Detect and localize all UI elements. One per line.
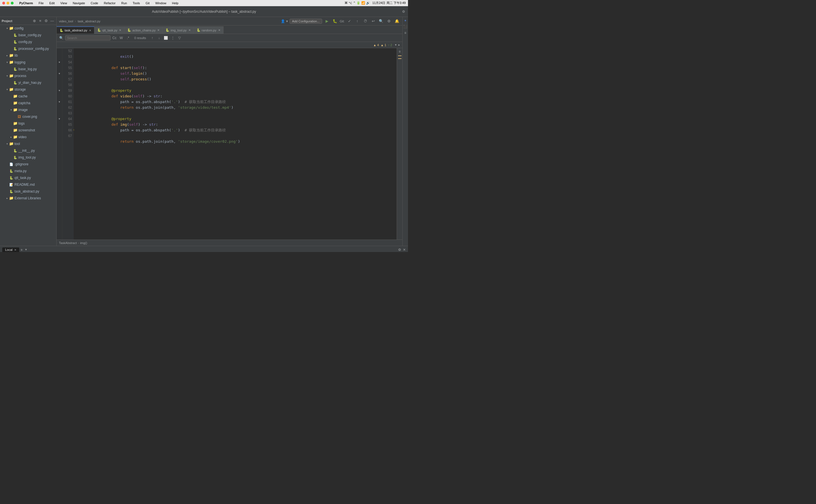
code-line-60: path = os.path.abspath('.') # 获取当前工作目录路径	[76, 93, 394, 99]
search-everywhere-icon[interactable]: 🔍	[378, 18, 384, 24]
debug-button[interactable]: 🐛	[332, 18, 338, 24]
sidebar-item-processor-config[interactable]: 🐍 processor_config.py	[0, 45, 56, 52]
close-button[interactable]	[2, 2, 5, 5]
gutter-line-54[interactable]: ▾	[57, 59, 62, 65]
sidebar-item-yi-dian[interactable]: 🐍 yi_dian_hao.py	[0, 79, 56, 86]
sidebar-item-init[interactable]: 🐍 __init__.py	[0, 147, 56, 154]
sidebar-item-meta[interactable]: 🐍 meta.py	[0, 168, 56, 174]
sidebar-item-logging[interactable]: ▾ 📁 logging	[0, 59, 56, 66]
sidebar-item-config-py[interactable]: 🐍 config.py	[0, 39, 56, 45]
sidebar-label: meta.py	[14, 168, 27, 174]
gutter-line-59[interactable]: ▾	[57, 88, 62, 93]
menu-edit[interactable]: Edit	[48, 1, 56, 5]
sidebar-item-gitignore[interactable]: 📄 .gitignore	[0, 161, 56, 168]
sidebar-item-img-tool[interactable]: 🐍 img_tool.py	[0, 154, 56, 161]
tab-qtt-task[interactable]: 🐍 qtt_task.py ✕	[94, 26, 124, 34]
notifications-icon[interactable]: 🔔	[394, 18, 400, 24]
window-controls[interactable]	[2, 2, 14, 5]
sidebar-locate-icon[interactable]: ⊕	[32, 18, 37, 24]
menu-refactor[interactable]: Refactor	[103, 1, 117, 5]
git-update-icon[interactable]: ✓	[346, 18, 352, 24]
sidebar-close-icon[interactable]: —	[50, 18, 55, 24]
menu-help[interactable]: Help	[171, 1, 180, 5]
terminal-close-icon[interactable]: ✕	[403, 248, 406, 252]
sidebar-item-video[interactable]: ▸ 📁 video	[0, 134, 56, 140]
run-button[interactable]: ▶	[324, 18, 330, 24]
gutter-line-56[interactable]: ▾	[57, 71, 62, 76]
sidebar-item-external-libraries[interactable]: ▸ 📁 External Libraries	[0, 195, 56, 202]
search-icon[interactable]: 🔍	[58, 35, 64, 41]
tab-random[interactable]: 🐍 random.py ✕	[194, 26, 223, 34]
sidebar-item-tool[interactable]: ▾ 📁 tool	[0, 140, 56, 147]
tab-action-chains[interactable]: 🐍 action_chains.py ✕	[124, 26, 163, 34]
expand-icon[interactable]: ▸	[398, 43, 400, 47]
prev-result-icon[interactable]: ↑	[150, 35, 155, 41]
menu-view[interactable]: View	[59, 1, 68, 5]
regex-icon[interactable]: .*	[125, 35, 131, 41]
sidebar-collapse-icon[interactable]: ≡	[38, 18, 43, 24]
search-input[interactable]	[65, 35, 110, 40]
menu-file[interactable]: File	[37, 1, 45, 5]
terminal-add-button[interactable]: +	[20, 247, 23, 252]
sidebar-item-captcha[interactable]: 📁 captcha	[0, 100, 56, 106]
settings-icon[interactable]: ⚙	[402, 10, 405, 14]
tab-task-abstract[interactable]: 🐍 task_abstract.py ✕	[57, 26, 94, 34]
sidebar-label: processor_config.py	[18, 46, 49, 52]
panel-icon-3[interactable]: ≡	[403, 31, 408, 35]
sidebar-item-process[interactable]: ▾ 📁 process	[0, 72, 56, 79]
sidebar-item-qtt-task[interactable]: 🐍 qtt_task.py	[0, 174, 56, 181]
sidebar-item-task-abstract[interactable]: 🐍 task_abstract.py	[0, 188, 56, 195]
maximize-button[interactable]	[11, 2, 14, 5]
sidebar-item-image[interactable]: ▾ 📁 image	[0, 106, 56, 113]
tab-close-0[interactable]: ✕	[89, 29, 91, 32]
menu-window[interactable]: Window	[154, 1, 167, 5]
match-case-icon[interactable]: Cc	[112, 35, 117, 41]
tab-close-4[interactable]: ✕	[218, 29, 220, 32]
git-history-icon[interactable]: ⏱	[362, 18, 368, 24]
sidebar-item-readme[interactable]: 📝 README.md	[0, 181, 56, 188]
git-push-icon[interactable]: ↑	[354, 18, 360, 24]
tab-close-1[interactable]: ✕	[119, 29, 121, 32]
add-config-button[interactable]: Add Configuration...	[289, 19, 322, 24]
menu-navigate[interactable]: Navigate	[72, 1, 86, 5]
sidebar-item-logs[interactable]: 📁 logs	[0, 120, 56, 127]
terminal-tab-close[interactable]: ✕	[14, 248, 16, 251]
gutter-line-64[interactable]: ▾	[57, 116, 62, 122]
sidebar-item-lib[interactable]: ▸ 📁 lib	[0, 52, 56, 59]
collapse-all-icon[interactable]: ≡	[397, 49, 402, 54]
menu-tools[interactable]: Tools	[131, 1, 141, 5]
minimize-button[interactable]	[7, 2, 9, 5]
next-result-icon[interactable]: ↓	[156, 35, 162, 41]
menu-code[interactable]: Code	[89, 1, 99, 5]
search-options-icon[interactable]: ⋮	[170, 35, 176, 41]
sidebar-item-cache[interactable]: 📁 cache	[0, 93, 56, 100]
tab-close-2[interactable]: ✕	[157, 29, 159, 32]
sidebar-item-config[interactable]: ▾ 📁 config	[0, 25, 56, 32]
code-content[interactable]: exit() def start(self): self.login() sel…	[74, 48, 397, 240]
replace-icon[interactable]: ⬜	[163, 35, 169, 41]
menu-git[interactable]: Git	[144, 1, 151, 5]
panel-icon-1[interactable]: ●	[403, 18, 408, 23]
panel-icon-2[interactable]: ⬛	[403, 24, 408, 29]
gutter-line-61[interactable]: ▾	[57, 99, 62, 105]
git-back-icon[interactable]: ↩	[370, 18, 376, 24]
menu-run[interactable]: Run	[120, 1, 128, 5]
filter-icon[interactable]: ▽	[177, 35, 182, 41]
tab-close-3[interactable]: ✕	[188, 29, 191, 32]
lightbulb-icon[interactable]: 💡	[74, 128, 75, 134]
sidebar-item-screenshot[interactable]: 📁 screenshot	[0, 127, 56, 134]
sidebar-item-storage[interactable]: ▾ 📁 storage	[0, 86, 56, 93]
sidebar-item-cover-png[interactable]: 🖼 cover.png	[0, 113, 56, 120]
breadcrumb-bar: TaskAbstract › img()	[57, 240, 402, 246]
user-icon[interactable]: 👤 ▾	[281, 19, 287, 23]
whole-word-icon[interactable]: W	[118, 35, 124, 41]
fold-icon[interactable]: ▾	[395, 43, 397, 47]
terminal-settings-icon[interactable]: ⚙	[398, 248, 401, 252]
sidebar-options-icon[interactable]: ⚙	[44, 18, 49, 24]
tab-img-tool[interactable]: 🐍 img_tool.py ✕	[163, 26, 193, 34]
terminal-dropdown[interactable]: ▾	[25, 248, 27, 251]
terminal-tab-local[interactable]: Local ✕	[2, 247, 19, 252]
sidebar-item-base-log[interactable]: 🐍 base_log.py	[0, 66, 56, 72]
sidebar-item-base-config[interactable]: 🐍 base_config.py	[0, 32, 56, 39]
settings-icon[interactable]: ⚙	[386, 18, 392, 24]
